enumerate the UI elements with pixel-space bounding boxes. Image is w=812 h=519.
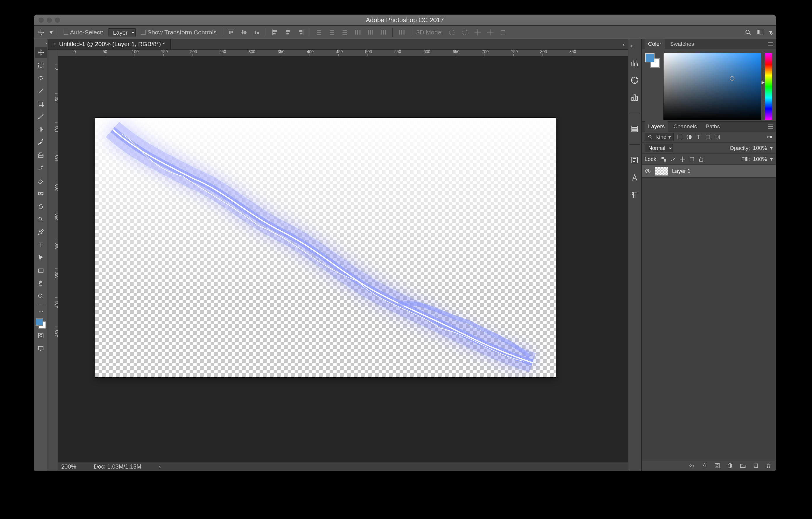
close-tab-icon[interactable]: × — [53, 41, 56, 47]
lock-pixels-icon[interactable] — [670, 156, 676, 162]
lock-position-icon[interactable] — [679, 156, 686, 162]
ruler-horizontal[interactable]: 0501001502002503003504004505005506006507… — [58, 50, 628, 57]
fill-value[interactable]: 100% — [753, 156, 767, 162]
auto-align-icon[interactable] — [398, 29, 405, 36]
document-tab[interactable]: × Untitled-1 @ 200% (Layer 1, RGB/8*) * — [48, 39, 171, 49]
filter-smart-icon[interactable] — [714, 134, 720, 140]
search-icon[interactable] — [745, 29, 752, 36]
history-brush-tool[interactable] — [35, 162, 47, 174]
brush-tool[interactable] — [35, 136, 47, 148]
trash-icon[interactable] — [765, 462, 772, 469]
zoom-tool[interactable] — [35, 291, 47, 302]
color-swatch-toggle[interactable] — [36, 318, 46, 329]
gradient-tool[interactable] — [35, 188, 47, 200]
layer-row[interactable]: Layer 1 — [642, 165, 776, 178]
toolbar-collapse-icon[interactable]: ›› — [46, 41, 48, 45]
paragraph-panel-icon[interactable] — [630, 191, 639, 200]
visibility-icon[interactable] — [645, 168, 651, 174]
close-traffic-light[interactable] — [38, 18, 44, 23]
edit-toolbar-icon[interactable]: ⋯ — [35, 308, 47, 315]
status-arrow-icon[interactable]: › — [159, 463, 161, 470]
distribute-right-icon[interactable] — [379, 29, 387, 36]
healing-brush-tool[interactable] — [35, 124, 47, 135]
character-panel-icon[interactable] — [630, 173, 639, 182]
distribute-vcenter-icon[interactable] — [328, 29, 336, 36]
align-left-edges-icon[interactable] — [271, 29, 279, 36]
lock-artboard-icon[interactable] — [689, 156, 695, 162]
adjustment-layer-icon[interactable] — [727, 462, 733, 469]
lock-all-icon[interactable] — [698, 156, 704, 162]
opacity-value[interactable]: 100% — [753, 145, 767, 151]
auto-select-checkbox[interactable]: Auto-Select: — [64, 29, 103, 36]
eraser-tool[interactable] — [35, 175, 47, 187]
histogram-panel-icon[interactable] — [630, 58, 639, 67]
auto-select-target[interactable]: Layer — [109, 28, 136, 36]
filter-pixel-icon[interactable] — [677, 134, 683, 140]
path-selection-tool[interactable] — [35, 252, 47, 264]
blend-mode-select[interactable]: Normal — [645, 144, 673, 152]
align-bottom-edges-icon[interactable] — [253, 29, 260, 36]
canvas-viewport[interactable] — [58, 57, 628, 462]
group-icon[interactable] — [740, 462, 746, 469]
zoom-traffic-light[interactable] — [55, 18, 60, 23]
tab-paths[interactable]: Paths — [702, 121, 723, 132]
distribute-top-icon[interactable] — [315, 29, 323, 36]
foreground-swatch[interactable] — [36, 318, 43, 326]
screen-mode-icon[interactable] — [757, 29, 764, 36]
dodge-tool[interactable] — [35, 213, 47, 225]
crop-tool[interactable] — [35, 98, 47, 110]
tab-channels[interactable]: Channels — [670, 121, 700, 132]
libraries-panel-icon[interactable] — [630, 124, 639, 133]
filter-adjustment-icon[interactable] — [686, 134, 692, 140]
clone-stamp-tool[interactable] — [35, 149, 47, 161]
move-tool[interactable] — [35, 47, 47, 58]
layer-style-icon[interactable] — [701, 462, 707, 469]
screen-mode-tool-icon[interactable] — [35, 343, 47, 354]
new-layer-icon[interactable] — [753, 462, 759, 469]
panel-collapse-left-icon[interactable]: ‹‹ — [623, 42, 624, 47]
hue-slider[interactable]: ▶ — [765, 53, 772, 120]
layer-mask-icon[interactable] — [714, 462, 720, 469]
align-top-edges-icon[interactable] — [227, 29, 235, 36]
lasso-tool[interactable] — [35, 72, 47, 84]
pen-tool[interactable] — [35, 226, 47, 238]
rectangle-tool[interactable] — [35, 265, 47, 276]
tab-layers[interactable]: Layers — [645, 121, 668, 132]
align-vertical-centers-icon[interactable] — [240, 29, 248, 36]
quick-mask-icon[interactable] — [35, 330, 47, 341]
align-horizontal-centers-icon[interactable] — [284, 29, 292, 36]
filter-type-icon[interactable] — [695, 134, 702, 140]
minimize-traffic-light[interactable] — [47, 18, 52, 23]
distribute-left-icon[interactable] — [354, 29, 361, 36]
type-tool[interactable] — [35, 239, 47, 251]
panel-foreground-swatch[interactable] — [645, 53, 655, 62]
properties-panel-icon[interactable] — [630, 156, 639, 164]
magic-wand-tool[interactable] — [35, 85, 47, 97]
adjustments-panel-icon[interactable] — [630, 93, 639, 102]
align-right-edges-icon[interactable] — [297, 29, 304, 36]
ruler-vertical[interactable]: 050100150200250300350400450 — [48, 50, 58, 471]
canvas[interactable] — [95, 118, 556, 377]
distribute-bottom-icon[interactable] — [341, 29, 349, 36]
hand-tool[interactable] — [35, 278, 47, 289]
filter-toggle-icon[interactable] — [766, 134, 773, 140]
distribute-hcenter-icon[interactable] — [367, 29, 374, 36]
color-swatch-pair[interactable] — [645, 53, 660, 68]
expand-panels-icon[interactable]: ‹‹ — [628, 43, 632, 49]
blur-tool[interactable] — [35, 201, 47, 212]
panel-menu-icon[interactable] — [768, 42, 773, 46]
lock-transparency-icon[interactable] — [661, 156, 667, 162]
doc-size[interactable]: Doc: 1.03M/1.15M — [94, 463, 141, 470]
zoom-level[interactable]: 200% — [61, 463, 76, 470]
eyedropper-tool[interactable] — [35, 111, 47, 122]
tab-swatches[interactable]: Swatches — [666, 39, 697, 49]
marquee-tool[interactable] — [35, 59, 47, 71]
layer-thumbnail[interactable] — [655, 167, 668, 176]
filter-shape-icon[interactable] — [705, 134, 711, 140]
navigator-panel-icon[interactable] — [630, 76, 639, 85]
panel-collapse-right-icon[interactable]: ›› — [771, 31, 772, 36]
color-field[interactable] — [663, 53, 761, 120]
tab-color[interactable]: Color — [645, 39, 665, 49]
link-layers-icon[interactable] — [688, 462, 695, 469]
layer-filter-select[interactable]: Kind ▾ — [645, 133, 674, 141]
